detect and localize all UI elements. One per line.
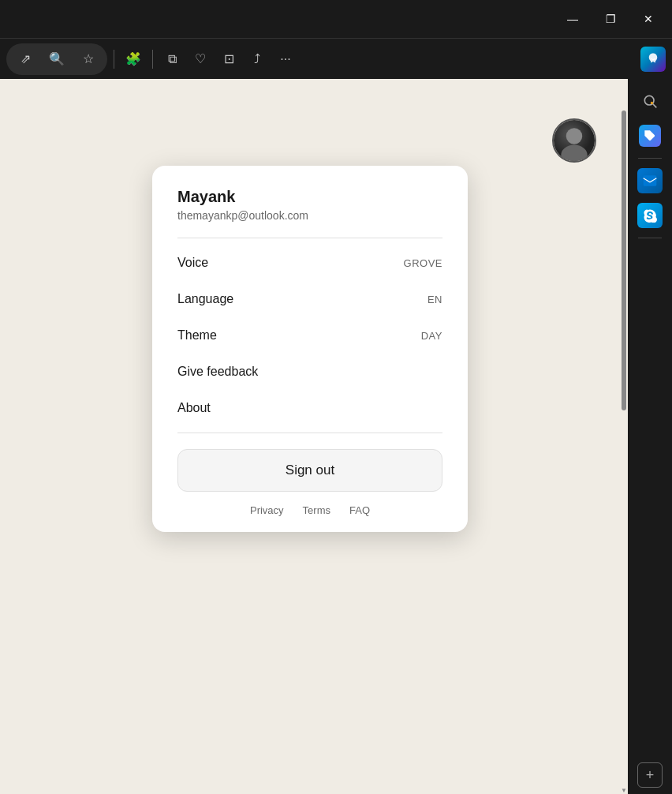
sidebar-tag-icon[interactable] (634, 120, 666, 152)
toolbar-separator-2 (152, 50, 153, 69)
bookmark-icon[interactable]: ☆ (76, 47, 101, 72)
faq-link[interactable]: FAQ (349, 504, 370, 516)
voice-label: Voice (177, 256, 208, 270)
skype-app-icon (637, 203, 663, 228)
toolbar-separator-1 (114, 50, 114, 69)
about-row[interactable]: About (177, 390, 442, 426)
sign-out-button[interactable]: Sign out (177, 449, 442, 492)
sidebar: + (628, 79, 672, 794)
user-email: themayankp@outlook.com (177, 209, 442, 222)
profile-popup: Mayank themayankp@outlook.com Voice GROV… (152, 166, 468, 532)
screenshot-icon[interactable]: ⊡ (216, 47, 241, 72)
svg-point-1 (561, 145, 587, 163)
sidebar-add-button[interactable]: + (637, 762, 663, 788)
close-button[interactable]: ✕ (631, 0, 666, 38)
copilot-icon[interactable] (640, 47, 666, 72)
outlook-app-icon (637, 168, 663, 193)
sidebar-divider-1 (638, 158, 662, 159)
sidebar-skype-icon[interactable] (634, 200, 666, 231)
theme-label: Theme (177, 328, 217, 343)
extensions-icon[interactable]: 🧩 (121, 47, 146, 72)
scrollbar-track[interactable]: ▲ ▼ (620, 110, 628, 794)
restore-button[interactable]: ❐ (593, 0, 628, 38)
terms-link[interactable]: Terms (303, 504, 330, 516)
about-label: About (177, 401, 211, 415)
minimize-button[interactable]: — (555, 0, 590, 38)
browser-toolbar: ⇗ 🔍 ☆ 🧩 ⧉ ♡ ⊡ ⤴ ··· (0, 38, 672, 79)
svg-point-0 (566, 128, 582, 144)
language-label: Language (177, 292, 233, 306)
sidebar-divider-2 (638, 238, 662, 238)
avatar-image (554, 120, 595, 161)
main-content: Mayank themayankp@outlook.com Voice GROV… (0, 79, 620, 794)
open-in-new-tab-icon[interactable]: ⇗ (13, 47, 38, 72)
language-row[interactable]: Language EN (177, 281, 442, 317)
voice-row[interactable]: Voice GROVE (177, 245, 442, 281)
profile-avatar[interactable] (552, 118, 596, 163)
svg-point-4 (651, 102, 653, 104)
privacy-link[interactable]: Privacy (250, 504, 284, 516)
scrollbar-arrow-down[interactable]: ▼ (620, 786, 628, 794)
feedback-label: Give feedback (177, 365, 258, 379)
popup-divider-top (177, 238, 442, 238)
user-name: Mayank (177, 188, 442, 206)
split-view-icon[interactable]: ⧉ (159, 47, 185, 72)
zoom-out-icon[interactable]: 🔍 (44, 47, 69, 72)
sidebar-search-icon[interactable] (634, 85, 666, 117)
health-icon[interactable]: ♡ (188, 47, 213, 72)
voice-value: GROVE (404, 257, 442, 269)
feedback-row[interactable]: Give feedback (177, 354, 442, 390)
titlebar: — ❐ ✕ (0, 0, 672, 38)
popup-divider-bottom (177, 433, 442, 433)
svg-rect-6 (644, 175, 657, 185)
popup-footer: Privacy Terms FAQ (177, 504, 442, 516)
toolbar-left-group: ⇗ 🔍 ☆ (6, 43, 107, 75)
language-value: EN (427, 294, 442, 305)
more-icon[interactable]: ··· (273, 47, 298, 72)
theme-row[interactable]: Theme DAY (177, 317, 442, 354)
svg-line-3 (653, 104, 657, 108)
theme-value: DAY (421, 330, 442, 342)
scrollbar-thumb[interactable] (622, 110, 626, 410)
share-icon[interactable]: ⤴ (245, 47, 270, 72)
sidebar-outlook-icon[interactable] (634, 165, 666, 197)
